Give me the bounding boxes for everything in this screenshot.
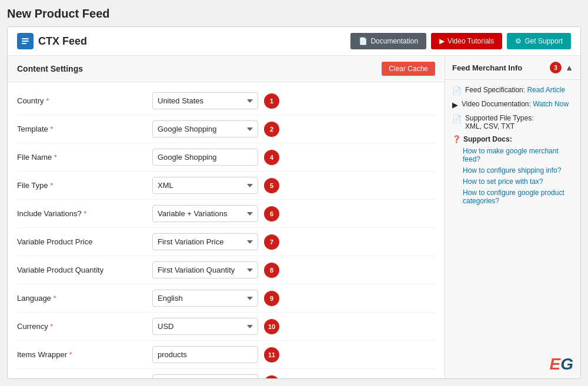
question-icon: ❓ <box>452 135 461 143</box>
sidebar-header: Feed Merchant Info 3 ▲ <box>445 56 580 80</box>
country-label: Country * <box>17 96 152 105</box>
variable-product-price-label: Variable Product Price <box>17 237 152 246</box>
form-area: Country * United States 1 Template * <box>8 82 445 378</box>
form-row-language: Language * English 9 <box>17 284 435 313</box>
supported-label: Supported File Types: XML, CSV, TXT <box>465 114 534 130</box>
variable-product-quantity-label: Variable Product Quantity <box>17 266 152 274</box>
logo-icon <box>17 33 34 49</box>
required-star: * <box>83 209 86 218</box>
step-badge-2: 2 <box>264 122 279 137</box>
get-support-button[interactable]: ⚙ Get Support <box>507 33 571 49</box>
required-star: * <box>69 350 72 359</box>
include-variations-control: Variable + Variations 6 <box>152 205 435 222</box>
variable-product-quantity-control: First Variation Quantity 8 <box>152 261 435 278</box>
video-doc-row: ▶ Video Documentation: Watch Now <box>452 100 573 109</box>
currency-label: Currency * <box>17 322 152 331</box>
svg-rect-3 <box>22 43 26 44</box>
sidebar-collapse-button[interactable]: ▲ <box>565 63 573 72</box>
include-variations-select[interactable]: Variable + Variations <box>152 205 258 222</box>
file-name-control: 4 <box>152 149 435 166</box>
header-bar: CTX Feed 📄 Documentation ▶ Video Tutoria… <box>8 27 580 56</box>
brand-logo-area: E G <box>445 351 580 378</box>
content-section: Content Settings Clear Cache Country * U… <box>8 56 445 378</box>
docs-icon: 📄 <box>359 37 368 45</box>
support-docs-label: ❓ Support Docs: <box>452 135 573 143</box>
clear-cache-button[interactable]: Clear Cache <box>382 62 435 76</box>
step-badge-10: 10 <box>264 319 279 334</box>
language-select[interactable]: English <box>152 290 258 307</box>
sidebar-link-categories[interactable]: How to configure google product categori… <box>463 189 564 205</box>
single-item-wrapper-control: 12 <box>152 374 435 378</box>
logo-area: CTX Feed <box>17 33 87 49</box>
sidebar-link-merchant[interactable]: How to make google merchant feed? <box>463 147 559 163</box>
step-badge-4: 4 <box>264 150 279 165</box>
form-row-file-type: File Type * XML 5 <box>17 172 435 200</box>
required-star: * <box>50 125 53 133</box>
form-row-currency: Currency * USD 10 <box>17 313 435 341</box>
template-control: Google Shopping 2 <box>152 120 435 137</box>
step-badge-12: 12 <box>264 375 279 379</box>
video-icon: ▶ <box>439 37 445 45</box>
items-wrapper-label: Items Wrapper * <box>17 350 152 359</box>
file-types-icon: 📄 <box>452 115 462 123</box>
step-badge-7: 7 <box>264 234 279 250</box>
doc-icon: 📄 <box>452 86 462 95</box>
content-settings-title: Content Settings <box>17 64 83 73</box>
page-title: New Product Feed <box>7 7 581 21</box>
template-select[interactable]: Google Shopping <box>152 120 258 137</box>
single-item-wrapper-input[interactable] <box>152 374 258 378</box>
currency-select[interactable]: USD <box>152 318 258 335</box>
video-doc-link[interactable]: Watch Now <box>533 100 569 108</box>
sidebar-title: Feed Merchant Info <box>452 63 522 72</box>
country-select[interactable]: United States <box>152 92 258 109</box>
logo-letter-g: G <box>560 356 573 372</box>
sidebar-badge: 3 <box>550 62 562 73</box>
video-tutorials-button[interactable]: ▶ Video Tutorials <box>431 33 502 49</box>
template-label: Template * <box>17 125 152 133</box>
step-badge-8: 8 <box>264 263 279 278</box>
form-row-items-wrapper: Items Wrapper * 11 <box>17 341 435 369</box>
step-badge-6: 6 <box>264 206 279 221</box>
main-card: CTX Feed 📄 Documentation ▶ Video Tutoria… <box>7 26 581 379</box>
variable-product-price-select[interactable]: First Variation Price <box>152 233 258 250</box>
variable-product-quantity-select[interactable]: First Variation Quantity <box>152 261 258 278</box>
items-wrapper-input[interactable] <box>152 346 258 363</box>
body-area: Content Settings Clear Cache Country * U… <box>8 56 580 378</box>
file-type-control: XML 5 <box>152 177 435 194</box>
country-control: United States 1 <box>152 92 435 109</box>
form-row-single-item-wrapper: Single Item Wrapper * 12 <box>17 369 435 378</box>
supported-types-row: 📄 Supported File Types: XML, CSV, TXT <box>452 114 573 130</box>
svg-rect-1 <box>22 38 29 39</box>
support-icon: ⚙ <box>515 37 522 45</box>
file-name-input[interactable] <box>152 149 258 166</box>
items-wrapper-control: 11 <box>152 346 435 363</box>
step-badge-11: 11 <box>264 347 279 362</box>
feed-spec-link[interactable]: Read Article <box>527 86 565 94</box>
file-type-select[interactable]: XML <box>152 177 258 194</box>
step-badge-5: 5 <box>264 178 279 193</box>
docs-button[interactable]: 📄 Documentation <box>350 33 426 49</box>
sidebar-link-price[interactable]: How to set price with tax? <box>463 177 543 186</box>
video-doc-icon: ▶ <box>452 100 458 109</box>
step-badge-1: 1 <box>264 93 279 109</box>
required-star: * <box>50 322 53 331</box>
currency-control: USD 10 <box>152 318 435 335</box>
svg-rect-2 <box>22 41 29 42</box>
required-star: * <box>46 96 49 105</box>
required-star: * <box>54 153 57 162</box>
feed-spec-label: Feed Specification: Read Article <box>465 86 565 94</box>
step-badge-9: 9 <box>264 291 279 306</box>
variable-product-price-control: First Variation Price 7 <box>152 233 435 250</box>
header-buttons: 📄 Documentation ▶ Video Tutorials ⚙ Get … <box>350 33 571 49</box>
feed-spec-row: 📄 Feed Specification: Read Article <box>452 86 573 95</box>
form-row-variable-product-quantity: Variable Product Quantity First Variatio… <box>17 256 435 284</box>
language-label: Language * <box>17 294 152 303</box>
language-control: English 9 <box>152 290 435 307</box>
sidebar-link-shipping[interactable]: How to configure shipping info? <box>463 166 561 174</box>
file-type-label: File Type * <box>17 181 152 190</box>
logo-letter-e: E <box>550 356 561 372</box>
form-row-include-variations: Include Variations? * Variable + Variati… <box>17 200 435 228</box>
content-header: Content Settings Clear Cache <box>8 56 445 82</box>
form-row-template: Template * Google Shopping 2 <box>17 115 435 143</box>
file-name-label: File Name * <box>17 153 152 162</box>
